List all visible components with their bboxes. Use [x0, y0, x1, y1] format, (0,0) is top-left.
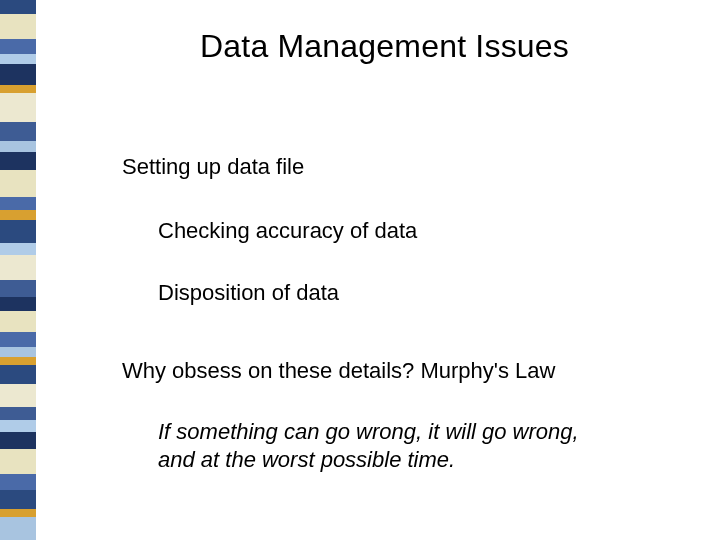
sidebar-segment [0, 0, 36, 14]
sidebar-segment [0, 432, 36, 449]
sidebar-segment [0, 14, 36, 39]
sidebar-segment [0, 54, 36, 64]
bullet-setup: Setting up data file [122, 154, 304, 180]
bullet-why: Why obsess on these details? Murphy's La… [122, 358, 555, 384]
sidebar-segment [0, 509, 36, 517]
sidebar-segment [0, 152, 36, 169]
sidebar-segment [0, 122, 36, 141]
sidebar-segment [0, 243, 36, 255]
sidebar-segment [0, 384, 36, 407]
sidebar-segment [0, 311, 36, 332]
sidebar-segment [0, 365, 36, 384]
sidebar-segment [0, 280, 36, 297]
sidebar-segment [0, 420, 36, 432]
sidebar-segment [0, 85, 36, 93]
sidebar-segment [0, 93, 36, 122]
slide: Data Management Issues Setting up data f… [0, 0, 720, 540]
bullet-checking: Checking accuracy of data [158, 218, 417, 244]
sidebar-segment [0, 332, 36, 347]
sidebar-segment [0, 474, 36, 489]
sidebar-segment [0, 39, 36, 54]
sidebar-segment [0, 517, 36, 540]
quote-murphy: If something can go wrong, it will go wr… [158, 418, 620, 473]
decorative-sidebar [0, 0, 36, 540]
sidebar-segment [0, 197, 36, 211]
slide-title: Data Management Issues [200, 28, 569, 65]
sidebar-segment [0, 170, 36, 197]
bullet-disposition: Disposition of data [158, 280, 339, 306]
sidebar-segment [0, 64, 36, 85]
sidebar-segment [0, 141, 36, 153]
sidebar-segment [0, 210, 36, 220]
sidebar-segment [0, 490, 36, 509]
sidebar-segment [0, 255, 36, 280]
sidebar-segment [0, 407, 36, 421]
sidebar-segment [0, 220, 36, 243]
sidebar-segment [0, 297, 36, 311]
sidebar-segment [0, 357, 36, 365]
sidebar-segment [0, 449, 36, 474]
sidebar-segment [0, 347, 36, 357]
